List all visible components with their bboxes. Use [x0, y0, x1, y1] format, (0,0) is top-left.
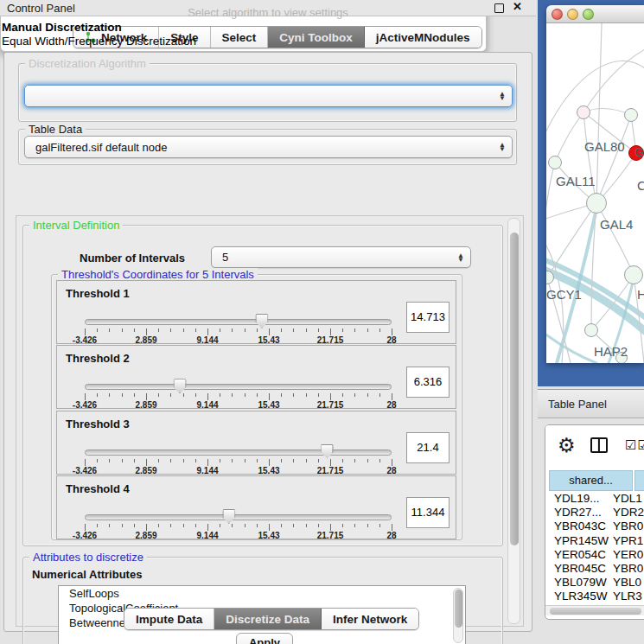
popup-item-0[interactable]: Manual Discretization: [2, 21, 122, 34]
slider-handle[interactable]: [174, 379, 187, 393]
checkboxes-icon[interactable]: ☑☑: [625, 437, 644, 453]
slider-handle[interactable]: [222, 509, 235, 524]
bottom-tab-impute-data[interactable]: Impute Data: [124, 609, 214, 629]
table-hscrollbar-thumb[interactable]: [550, 608, 641, 615]
minimize-traffic-light[interactable]: [567, 9, 578, 20]
table-row[interactable]: YBR045CYBR0: [549, 562, 644, 576]
node-g[interactable]: [624, 108, 638, 122]
tab-jactivemnodules[interactable]: jActiveMNodules: [365, 27, 481, 48]
table-data-combo-value: galFiltered.sif default node: [35, 141, 167, 154]
bottom-tab-infer-network[interactable]: Infer Network: [322, 609, 418, 629]
slider-track[interactable]: [85, 514, 392, 520]
num-intervals-combo[interactable]: 5 ▲▼: [211, 246, 471, 268]
close-traffic-light[interactable]: [552, 9, 563, 20]
table-row[interactable]: YPR145WYPR1: [549, 534, 644, 548]
zoom-traffic-light[interactable]: [583, 9, 594, 20]
tab-label: Impute Data: [136, 613, 202, 626]
threshold-label: Threshold 1: [66, 287, 130, 300]
slider-track[interactable]: [85, 384, 392, 390]
bottom-tab-discretize-data[interactable]: Discretize Data: [214, 609, 322, 629]
combo-spinner-icon: ▲▼: [457, 253, 464, 262]
cell-shared-name: YBR045C: [549, 562, 613, 575]
slider-track[interactable]: [85, 319, 392, 325]
attribute-item[interactable]: SelfLoops: [59, 586, 465, 601]
network-window: GAL80GCGAL11GAL4GCY1HHAP2: [546, 5, 644, 363]
columns-icon[interactable]: [590, 437, 608, 453]
cell-name: YBR0: [613, 562, 643, 575]
apply-button[interactable]: Apply: [236, 633, 293, 644]
table-header-shared[interactable]: shared...: [549, 470, 633, 491]
panel-scrollbar[interactable]: [507, 218, 520, 624]
thresholds-group-title: Threshold's Coordinates for 5 Intervals: [58, 268, 258, 281]
table-panel-title: Table Panel: [548, 398, 607, 411]
slider-track[interactable]: [85, 450, 392, 456]
popup-item-1[interactable]: Equal Width/Frequency Discretization: [2, 35, 196, 48]
slider-handle[interactable]: [255, 314, 268, 328]
node-h[interactable]: [624, 265, 643, 284]
tab-label: Discretize Data: [226, 613, 309, 626]
network-window-titlebar: [546, 5, 644, 23]
table-row[interactable]: YLR345WYLR3: [549, 590, 644, 603]
table-data-combo[interactable]: galFiltered.sif default node ▲▼: [24, 136, 513, 158]
network-canvas[interactable]: GAL80GCGAL11GAL4GCY1HHAP2: [546, 23, 644, 363]
cell-name: YPR1: [613, 534, 643, 547]
control-panel-body: Discretization Algorithm ▲▼ Table Data g…: [3, 52, 532, 632]
interval-definition-group: Interval Definition Number of Intervals …: [22, 225, 503, 546]
slider-handle[interactable]: [321, 444, 334, 459]
numerical-attributes-label: Numerical Attributes: [32, 568, 142, 581]
threshold-box-3: Threshold 3-3.4262.8599.14415.4321.71528…: [56, 411, 456, 475]
cell-shared-name: YLR345W: [549, 590, 613, 603]
node-label-c: C: [637, 178, 644, 193]
num-intervals-label: Number of Intervals: [80, 252, 185, 265]
threshold-box-1: Threshold 1-3.4262.8599.14415.4321.71528…: [56, 280, 456, 344]
table-header-name[interactable]: n: [634, 470, 644, 491]
tab-select[interactable]: Select: [211, 27, 269, 48]
slider-tick-labels: -3.4262.8599.14415.4321.71528: [85, 466, 392, 476]
node-label-gcy1: GCY1: [546, 287, 582, 302]
table-row[interactable]: YBL079WYBL0: [549, 576, 644, 590]
network-frame: GAL80GCGAL11GAL4GCY1HHAP2: [538, 0, 644, 386]
threshold-box-2: Threshold 2-3.4262.8599.14415.4321.71528…: [56, 345, 456, 409]
threshold-value-field[interactable]: 11.344: [406, 497, 450, 528]
panel-scrollbar-thumb[interactable]: [510, 233, 519, 545]
table-row[interactable]: YER054CYER0: [549, 548, 644, 562]
node-label-gal11: GAL11: [556, 174, 596, 188]
cell-name: YDL1: [613, 492, 642, 505]
node-gal80[interactable]: [577, 105, 590, 119]
threshold-box-4: Threshold 4-3.4262.8599.14415.4321.71528…: [56, 475, 456, 539]
algorithm-combo[interactable]: ▲▼: [24, 85, 513, 107]
tab-label: Cyni Toolbox: [279, 31, 353, 44]
cell-shared-name: YER054C: [549, 548, 613, 561]
thresholds-group: Threshold's Coordinates for 5 Intervals …: [51, 274, 462, 540]
table-data-group: Table Data galFiltered.sif default node …: [18, 129, 517, 165]
list-scrollbar-thumb[interactable]: [455, 590, 462, 628]
node-gal11[interactable]: [548, 156, 562, 169]
node-gal4[interactable]: [586, 193, 607, 214]
threshold-label: Threshold 2: [66, 352, 130, 365]
table-hscrollbar[interactable]: [545, 605, 644, 615]
threshold-value-field[interactable]: 6.316: [406, 367, 450, 398]
tab-cyni-toolbox[interactable]: Cyni Toolbox: [268, 27, 365, 48]
threshold-label: Threshold 3: [66, 418, 130, 430]
table-row[interactable]: YDL19...YDL1: [549, 492, 644, 506]
gear-icon[interactable]: ⚙: [558, 434, 576, 457]
attributes-group: Attributes to discretize Numerical Attri…: [22, 557, 503, 644]
slider-tick-labels: -3.4262.8599.14415.4321.71528: [85, 335, 392, 346]
table-row[interactable]: YBR043CYBR0: [549, 520, 644, 533]
threshold-value-field[interactable]: 14.713: [406, 302, 450, 333]
table-row[interactable]: YDR27...YDR2: [549, 506, 644, 520]
cell-shared-name: YBR043C: [549, 520, 613, 532]
node-hap2[interactable]: [584, 323, 598, 337]
slider-tick-labels: -3.4262.8599.14415.4321.71528: [85, 531, 392, 541]
list-scrollbar[interactable]: [453, 588, 463, 643]
threshold-value-field[interactable]: 21.4: [406, 432, 450, 463]
cell-name: YLR3: [613, 590, 642, 603]
threshold-stack: Threshold 1-3.4262.8599.14415.4321.71528…: [56, 280, 456, 539]
interval-definition-title: Interval Definition: [29, 219, 123, 232]
bottom-tab-strip: Impute DataDiscretize DataInfer Network: [124, 608, 419, 630]
control-panel: Control Panel ✕ NetworkStyleSelectCyni T…: [0, 0, 536, 644]
popup-placeholder: Select algorithm to view settings: [0, 6, 536, 19]
table-data-group-title: Table Data: [25, 123, 86, 136]
combo-spinner-icon: ▲▼: [499, 92, 506, 100]
node-label-gal4: GAL4: [600, 217, 633, 232]
